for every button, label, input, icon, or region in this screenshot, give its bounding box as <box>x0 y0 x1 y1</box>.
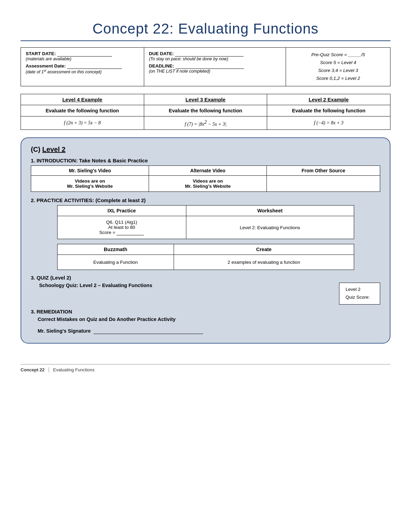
level4-formula: f (2n + 3) = 5x − 8 <box>21 116 144 130</box>
assessment-date-line <box>67 63 122 69</box>
level4-header: Level 4 Example <box>21 94 144 105</box>
intro-table: Mr. Sieling's Video Alternate Video From… <box>31 165 380 192</box>
footer-concept: Concept 22 <box>21 367 49 372</box>
level3-formula: f (7) = |8x2 − 5x + 3| <box>144 116 267 130</box>
intro-header-sieling: Mr. Sieling's Video <box>31 166 149 176</box>
level-examples-table: Level 4 Example Level 3 Example Level 2 … <box>21 94 390 130</box>
deadline-label: DEADLINE: <box>149 63 174 69</box>
title-divider <box>21 40 390 41</box>
page-footer: Concept 22 Evaluating Functions <box>21 364 390 372</box>
level2-heading-text: Level 2 <box>42 146 65 153</box>
signature-line: Mr. Sieling's Signature <box>38 328 380 334</box>
buzz-table: Buzzmath Create Evaluating a Function 2 … <box>57 244 354 270</box>
level4-eval-label: Evaluate the following function <box>21 105 144 116</box>
quiz-score-level: Level 2 <box>346 286 374 294</box>
start-date-label: START DATE: <box>26 51 56 56</box>
score-line-4: Score 0,1,2 = Level 2 <box>291 75 385 83</box>
intro-header-other: From Other Source <box>267 166 380 176</box>
score-line-2: Score 5 = Level 4 <box>291 59 385 67</box>
deadline-note: (on THE LIST if note completed) <box>149 69 281 74</box>
score-input-line <box>116 230 144 235</box>
section2-label: 2. PRACTICE ACTIVITIES: (Complete at lea… <box>31 197 380 203</box>
assessment-date-note: (date of 1st assessment on this concept) <box>26 69 139 74</box>
page-title: Concept 22: Evaluating Functions <box>21 14 390 40</box>
due-date-line <box>175 51 244 57</box>
practice-worksheet-header: Worksheet <box>186 206 354 216</box>
remediation-title: 3. REMEDIATION <box>31 309 380 314</box>
start-date-line <box>57 51 112 57</box>
create-content: 2 examples of evaluating a function <box>174 255 354 270</box>
start-date-box: START DATE: (materials are available) As… <box>21 47 144 86</box>
signature-label: Mr. Sieling's Signature <box>38 328 92 334</box>
section3-label: 3. QUIZ (Level 2) <box>31 275 380 281</box>
due-date-note: (To stay on pace: should be done by now) <box>149 57 281 61</box>
assessment-date-label: Assessment Date: <box>26 63 66 69</box>
buzz-content: Evaluating a Function <box>57 255 174 270</box>
level2-formula: f (−4) = 8x + 3 <box>267 116 390 130</box>
remediation-section: 3. REMEDIATION Correct Mistakes on Quiz … <box>31 309 380 334</box>
practice-ixl-content: Q6, Q11 (Alg1) At least to 80 Score = <box>57 216 186 239</box>
intro-alternate-content: Videos are onMr. Sieling’s Website <box>149 176 267 192</box>
level2-header: Level 2 Example <box>267 94 390 105</box>
section1-label: 1. INTRODUCTION: Take Notes & Basic Prac… <box>31 158 380 163</box>
due-date-label: DUE DATE: <box>149 51 174 56</box>
practice-table: IXL Practice Worksheet Q6, Q11 (Alg1) At… <box>57 205 354 239</box>
deadline-line <box>175 63 244 69</box>
remediation-body: Correct Mistakes on Quiz and Do Another … <box>38 317 380 322</box>
create-header: Create <box>174 244 354 255</box>
score-line-1: Pre-Quiz Score = _____/5 <box>291 51 385 59</box>
signature-underline <box>94 328 203 334</box>
quiz-score-value: Quiz Score: <box>346 294 374 301</box>
quiz-bold-label: Schoology Quiz: Level 2 – Evaluating Fun… <box>39 283 152 288</box>
level3-eval-label: Evaluate the following function <box>144 105 267 116</box>
level2-heading: (C) Level 2 <box>31 146 380 153</box>
quiz-score-box: Level 2 Quiz Score: <box>339 283 380 305</box>
top-info-section: START DATE: (materials are available) As… <box>21 47 390 86</box>
intro-header-alternate: Alternate Video <box>149 166 267 176</box>
level2-eval-label: Evaluate the following function <box>267 105 390 116</box>
start-date-note: (materials are available) <box>26 57 139 61</box>
due-date-box: DUE DATE: (To stay on pace: should be do… <box>144 47 286 86</box>
score-box: Pre-Quiz Score = _____/5 Score 5 = Level… <box>286 47 390 86</box>
footer-title: Evaluating Functions <box>53 367 95 372</box>
level2-heading-c: C <box>33 146 38 153</box>
level3-header: Level 3 Example <box>144 94 267 105</box>
intro-sieling-content: Videos are onMr. Sieling’s Website <box>31 176 149 192</box>
quiz-section: Schoology Quiz: Level 2 – Evaluating Fun… <box>31 283 380 305</box>
score-line-3: Score 3,4 = Level 3 <box>291 67 385 75</box>
level2-section: (C) Level 2 1. INTRODUCTION: Take Notes … <box>21 137 390 344</box>
practice-worksheet-content: Level 2: Evaluating Functions <box>186 216 354 239</box>
practice-ixl-header: IXL Practice <box>57 206 186 216</box>
buzz-header: Buzzmath <box>57 244 174 255</box>
intro-other-content <box>267 176 380 192</box>
quiz-description: Schoology Quiz: Level 2 – Evaluating Fun… <box>31 283 332 288</box>
